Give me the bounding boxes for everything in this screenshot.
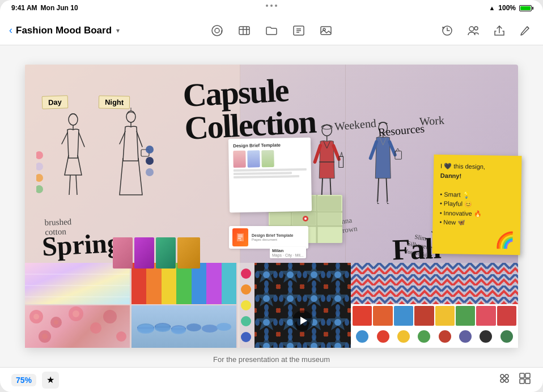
svg-point-99 xyxy=(500,379,504,382)
collaborators-button[interactable] xyxy=(465,22,482,39)
brief-fig-1 xyxy=(233,151,246,168)
mention-button[interactable] xyxy=(209,22,226,39)
svg-point-58 xyxy=(54,320,58,325)
svg-point-29 xyxy=(146,157,154,165)
circle-darkred xyxy=(439,330,451,343)
map-label-card: Milan Maps · City · Mil... xyxy=(270,247,306,258)
svg-point-24 xyxy=(126,111,135,122)
date-display: Mon Jun 10 xyxy=(41,4,78,12)
pages-doc-type: Pages document xyxy=(252,238,293,242)
color-swatches-svg xyxy=(25,263,130,304)
favorites-button[interactable]: ★ xyxy=(42,372,59,389)
canvas-area[interactable]: Capsule Collection Day Night xyxy=(0,45,543,367)
svg-point-98 xyxy=(505,374,508,378)
svg-point-21 xyxy=(36,163,43,171)
battery-percent: 100% xyxy=(498,4,516,12)
play-icon xyxy=(300,317,307,325)
fabric-teal xyxy=(156,237,176,269)
map-city: Milan xyxy=(272,248,304,253)
battery-icon xyxy=(519,5,532,11)
macarons-image xyxy=(131,305,236,348)
capsule-line2: Collection xyxy=(184,105,316,145)
cg-circle-bg2 xyxy=(373,327,392,347)
svg-point-60 xyxy=(73,310,79,317)
share-button[interactable] xyxy=(491,22,508,39)
color-palette-strip xyxy=(237,263,254,348)
time-display: 9:41 AM xyxy=(11,4,37,12)
zoom-level[interactable]: 75% xyxy=(11,374,36,386)
arrange-button[interactable] xyxy=(498,372,511,388)
sticky-bullet2: • Playful 😊 xyxy=(440,199,514,210)
history-button[interactable] xyxy=(439,22,456,39)
cg-green1 xyxy=(456,306,475,326)
status-right: ▲ 100% xyxy=(489,4,532,12)
back-button[interactable]: ‹ xyxy=(9,24,12,36)
mood-board[interactable]: Capsule Collection Day Night xyxy=(25,65,518,348)
svg-point-74 xyxy=(171,326,186,334)
bottom-right-controls xyxy=(498,372,532,388)
svg-rect-107 xyxy=(520,379,524,384)
pages-document-card[interactable]: Design Brief Template Pages document xyxy=(229,226,308,249)
cg-darkred1 xyxy=(414,306,434,326)
svg-rect-106 xyxy=(525,373,530,378)
svg-point-30 xyxy=(146,168,154,176)
stripe-green xyxy=(176,263,191,304)
sticky-note[interactable]: I 🖤 this design, Danny! • Smart 💡 • Play… xyxy=(432,155,521,255)
stripe-red xyxy=(131,263,146,304)
chevron-fabric xyxy=(351,263,518,304)
pages-app-icon xyxy=(232,228,248,246)
circle-forest xyxy=(500,330,513,343)
palette-dot-red xyxy=(241,269,251,279)
bottom-left-controls: 75% ★ xyxy=(11,372,59,389)
svg-line-18 xyxy=(69,175,70,195)
svg-point-63 xyxy=(90,322,101,334)
battery-fill xyxy=(520,6,531,10)
palette-dot-yellow xyxy=(241,300,251,310)
stripe-cyan xyxy=(222,263,236,304)
svg-rect-52 xyxy=(318,213,341,225)
colored-stripes-image xyxy=(131,263,236,304)
dot-2 xyxy=(270,5,273,7)
svg-point-1 xyxy=(215,28,219,33)
cg-pink1 xyxy=(476,306,495,326)
pages-doc-title: Design Brief Template xyxy=(252,233,293,238)
color-swatches-image xyxy=(25,263,130,304)
rainbow-emoji: 🌈 xyxy=(495,231,515,250)
folder-button[interactable] xyxy=(263,22,280,39)
svg-point-0 xyxy=(212,25,222,36)
svg-point-15 xyxy=(474,27,478,30)
toolbar: ‹ Fashion Mood Board ▾ xyxy=(0,16,543,45)
text-button[interactable] xyxy=(290,22,307,39)
circle-purple xyxy=(459,330,472,343)
bottom-bar: 75% ★ xyxy=(0,367,543,392)
tile-pattern[interactable] xyxy=(254,263,351,348)
svg-point-77 xyxy=(217,323,231,331)
circle-green xyxy=(418,330,430,343)
cg-circle-bg1 xyxy=(353,327,372,347)
svg-point-56 xyxy=(33,314,39,319)
image-button[interactable] xyxy=(317,22,334,39)
view-options-button[interactable] xyxy=(518,372,532,388)
edit-button[interactable] xyxy=(517,22,534,39)
svg-rect-96 xyxy=(351,263,518,304)
brief-fig-3 xyxy=(261,150,274,167)
title-dropdown-icon[interactable]: ▾ xyxy=(116,27,120,35)
svg-rect-105 xyxy=(520,373,524,378)
ipad-frame: 9:41 AM Mon Jun 10 ▲ 100% ‹ Fashion Mood… xyxy=(0,0,543,392)
svg-point-64 xyxy=(103,310,117,323)
color-swatches-bg xyxy=(25,263,130,304)
cg-red2 xyxy=(497,306,516,326)
table-button[interactable] xyxy=(236,22,253,39)
design-brief-card[interactable]: Design Brief Template xyxy=(228,138,312,213)
sticky-line2: Danny! xyxy=(440,171,515,181)
document-title[interactable]: Fashion Mood Board xyxy=(16,25,112,36)
svg-point-14 xyxy=(469,27,474,31)
stripes-bg xyxy=(131,263,236,304)
svg-point-100 xyxy=(505,379,508,382)
svg-rect-94 xyxy=(254,263,351,348)
svg-rect-108 xyxy=(525,379,530,384)
play-button[interactable] xyxy=(292,310,313,331)
three-dots-indicator xyxy=(266,5,277,7)
map-sublabel: Maps · City · Mil... xyxy=(272,253,304,257)
cg-blue1 xyxy=(394,306,413,326)
